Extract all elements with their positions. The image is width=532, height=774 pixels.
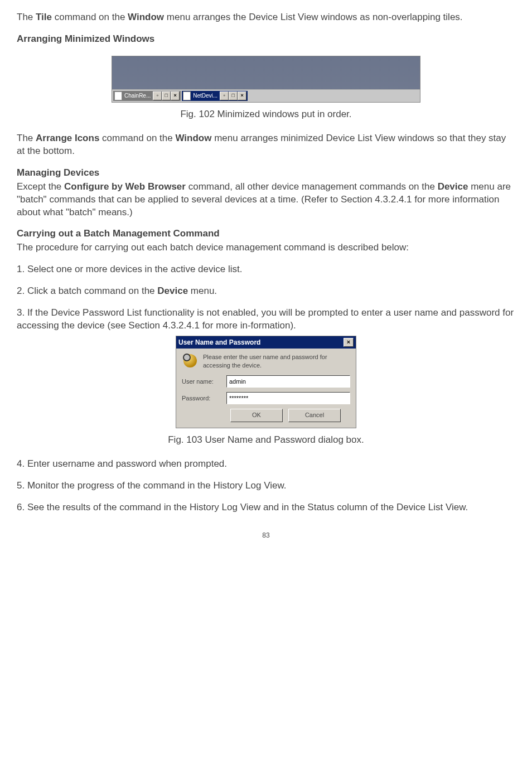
step-1: 1. Select one or more devices in the act… bbox=[17, 263, 515, 276]
taskbar-item-label: NetDevi... bbox=[191, 92, 219, 100]
maximize-button[interactable]: □ bbox=[229, 91, 238, 100]
restore-button[interactable]: ▫ bbox=[220, 91, 229, 100]
text: 2. Click a batch command on the bbox=[17, 286, 157, 296]
text: The bbox=[17, 12, 36, 22]
text: command on the bbox=[52, 12, 128, 22]
configure-web-command: Configure by Web Browser bbox=[64, 181, 186, 192]
figure-102: ChainRe... ▫ □ × NetDevi... ▫ □ × bbox=[17, 56, 515, 103]
taskbar-item-chainre[interactable]: ChainRe... ▫ □ × bbox=[113, 91, 181, 101]
document-icon bbox=[114, 91, 122, 100]
page-number: 83 bbox=[17, 531, 515, 540]
dialog-message: Please enter the user name and password … bbox=[203, 353, 350, 370]
restore-button[interactable]: ▫ bbox=[153, 91, 162, 100]
managing-paragraph: Except the Configure by Web Browser comm… bbox=[17, 181, 515, 219]
password-label: Password: bbox=[182, 394, 226, 403]
batch-intro-paragraph: The procedure for carrying out each batc… bbox=[17, 241, 515, 254]
minimized-windows-area: ChainRe... ▫ □ × NetDevi... ▫ □ × bbox=[112, 56, 420, 103]
username-label: User name: bbox=[182, 378, 226, 386]
keys-icon bbox=[182, 353, 199, 369]
username-input[interactable] bbox=[226, 375, 350, 388]
arrange-icons-paragraph: The Arrange Icons command on the Window … bbox=[17, 132, 515, 158]
text: menu arranges the Device List View windo… bbox=[164, 12, 462, 22]
dialog-title: User Name and Password bbox=[178, 338, 260, 347]
step-3: 3. If the Device Password List functiona… bbox=[17, 307, 515, 332]
figure-102-caption: Fig. 102 Minimized windows put in order. bbox=[17, 108, 515, 121]
taskbar-item-netdevi[interactable]: NetDevi... ▫ □ × bbox=[182, 91, 248, 101]
user-password-dialog: User Name and Password × Please enter th… bbox=[176, 336, 356, 428]
text: Except the bbox=[17, 181, 64, 192]
step-6: 6. See the results of the command in the… bbox=[17, 501, 515, 514]
dialog-body: Please enter the user name and password … bbox=[176, 349, 356, 428]
figure-103-caption: Fig. 103 User Name and Password dialog b… bbox=[17, 434, 515, 447]
heading-arranging: Arranging Minimized Windows bbox=[17, 33, 515, 46]
step-4: 4. Enter username and password when prom… bbox=[17, 458, 515, 471]
close-button[interactable]: × bbox=[344, 338, 354, 347]
window-controls: ▫ □ × bbox=[220, 91, 246, 100]
tile-paragraph: The Tile command on the Window menu arra… bbox=[17, 11, 515, 24]
ok-button[interactable]: OK bbox=[230, 409, 283, 422]
document-icon bbox=[183, 91, 191, 100]
password-input[interactable] bbox=[226, 392, 350, 404]
device-menu: Device bbox=[157, 286, 188, 296]
window-controls: ▫ □ × bbox=[153, 91, 180, 100]
arrange-icons-command: Arrange Icons bbox=[36, 133, 99, 143]
close-button[interactable]: × bbox=[171, 91, 180, 100]
step-2: 2. Click a batch command on the Device m… bbox=[17, 285, 515, 298]
device-menu: Device bbox=[438, 181, 468, 192]
step-5: 5. Monitor the progress of the command i… bbox=[17, 480, 515, 492]
taskbar: ChainRe... ▫ □ × NetDevi... ▫ □ × bbox=[112, 89, 420, 102]
text: The bbox=[17, 133, 36, 143]
text: command on the bbox=[99, 133, 175, 143]
text: command, all other device management com… bbox=[186, 181, 438, 192]
figure-103: User Name and Password × Please enter th… bbox=[17, 336, 515, 428]
dialog-titlebar: User Name and Password × bbox=[176, 336, 356, 349]
maximize-button[interactable]: □ bbox=[162, 91, 171, 100]
taskbar-item-label: ChainRe... bbox=[123, 92, 152, 100]
cancel-button[interactable]: Cancel bbox=[288, 409, 341, 422]
text: menu. bbox=[188, 286, 217, 296]
window-menu: Window bbox=[175, 133, 211, 143]
close-button[interactable]: × bbox=[238, 91, 246, 100]
heading-managing: Managing Devices bbox=[17, 167, 99, 178]
window-menu: Window bbox=[128, 12, 164, 22]
heading-batch: Carrying out a Batch Management Command bbox=[17, 228, 220, 239]
tile-command: Tile bbox=[36, 12, 52, 22]
